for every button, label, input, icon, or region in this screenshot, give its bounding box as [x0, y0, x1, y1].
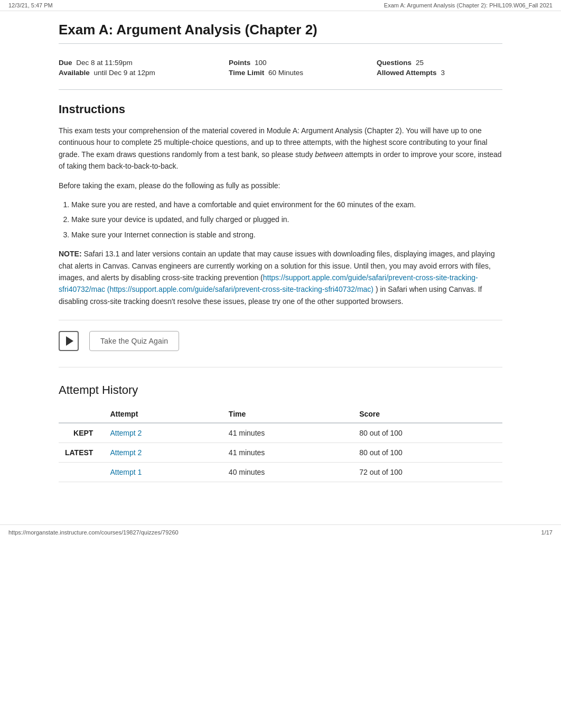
questions-label: Questions	[377, 59, 412, 67]
quiz-action-area: Take the Quiz Again	[59, 320, 502, 367]
row-kept-label: KEPT	[59, 423, 104, 443]
table-row: LATEST Attempt 2 41 minutes 80 out of 10…	[59, 443, 502, 463]
attempt-history-heading: Attempt History	[59, 383, 502, 397]
available-value: until Dec 9 at 12pm	[94, 69, 155, 77]
attempt2-link-kept[interactable]: Attempt 2	[110, 429, 142, 437]
time-limit-label: Time Limit	[229, 69, 264, 77]
play-button[interactable]	[59, 331, 79, 351]
footer-url: https://morganstate.instructure.com/cour…	[8, 529, 179, 536]
row-latest-label: LATEST	[59, 443, 104, 463]
instructions-list: Make sure you are rested, and have a com…	[71, 199, 502, 241]
row-attempt1-attempt: Attempt 1	[104, 463, 222, 482]
browser-timestamp: 12/3/21, 5:47 PM	[8, 2, 53, 8]
row-latest-score: 80 out of 100	[353, 443, 502, 463]
allowed-attempts-label: Allowed Attempts	[377, 69, 437, 77]
instructions-paragraph2: Before taking the exam, please do the fo…	[59, 180, 502, 191]
questions-field: Questions 25	[377, 59, 502, 67]
table-header-time: Time	[222, 406, 353, 423]
list-item: Make sure your Internet connection is st…	[71, 229, 502, 241]
available-field: Available until Dec 9 at 12pm	[59, 69, 213, 77]
page-title: Exam A: Argument Analysis (Chapter 2)	[59, 22, 502, 44]
allowed-attempts-field: Allowed Attempts 3	[377, 69, 502, 77]
list-item: Make sure your device is updated, and fu…	[71, 214, 502, 225]
instructions-paragraph1: This exam tests your comprehension of th…	[59, 125, 502, 172]
due-field: Due Dec 8 at 11:59pm	[59, 59, 213, 67]
points-value: 100	[255, 59, 267, 67]
questions-value: 25	[416, 59, 424, 67]
points-label: Points	[229, 59, 250, 67]
quiz-meta: Due Dec 8 at 11:59pm Points 100 Question…	[59, 52, 502, 90]
browser-page-title: Exam A: Argument Analysis (Chapter 2): P…	[384, 2, 553, 8]
row-kept-attempt: Attempt 2	[104, 423, 222, 443]
time-limit-field: Time Limit 60 Minutes	[229, 69, 361, 77]
attempt2-link-latest[interactable]: Attempt 2	[110, 448, 142, 457]
browser-bar: 12/3/21, 5:47 PM Exam A: Argument Analys…	[0, 0, 561, 11]
table-row: Attempt 1 40 minutes 72 out of 100	[59, 463, 502, 482]
time-limit-value: 60 Minutes	[268, 69, 303, 77]
play-icon	[66, 336, 73, 346]
table-header-attempt: Attempt	[104, 406, 222, 423]
row-latest-attempt: Attempt 2	[104, 443, 222, 463]
instructions-italic: between	[315, 150, 343, 159]
row-latest-time: 41 minutes	[222, 443, 353, 463]
points-field: Points 100	[229, 59, 361, 67]
due-label: Due	[59, 59, 72, 67]
row-attempt1-label	[59, 463, 104, 482]
main-content: Exam A: Argument Analysis (Chapter 2) Du…	[43, 11, 518, 503]
table-header-score: Score	[353, 406, 502, 423]
table-row: KEPT Attempt 2 41 minutes 80 out of 100	[59, 423, 502, 443]
row-attempt1-score: 72 out of 100	[353, 463, 502, 482]
list-item: Make sure you are rested, and have a com…	[71, 199, 502, 210]
take-quiz-again-button[interactable]: Take the Quiz Again	[89, 331, 179, 351]
row-kept-score: 80 out of 100	[353, 423, 502, 443]
available-label: Available	[59, 69, 90, 77]
footer-bar: https://morganstate.instructure.com/cour…	[0, 524, 561, 540]
allowed-attempts-value: 3	[441, 69, 445, 77]
footer-page-indicator: 1/17	[541, 529, 553, 536]
instructions-heading: Instructions	[59, 103, 502, 116]
note-bold: NOTE:	[59, 250, 82, 258]
attempt1-link[interactable]: Attempt 1	[110, 468, 142, 476]
attempt-history-table: Attempt Time Score KEPT Attempt 2 41 min…	[59, 406, 502, 482]
table-header-label-col	[59, 406, 104, 423]
due-value: Dec 8 at 11:59pm	[76, 59, 133, 67]
row-attempt1-time: 40 minutes	[222, 463, 353, 482]
row-kept-time: 41 minutes	[222, 423, 353, 443]
table-header-row: Attempt Time Score	[59, 406, 502, 423]
note-paragraph: NOTE: Safari 13.1 and later versions con…	[59, 248, 502, 307]
